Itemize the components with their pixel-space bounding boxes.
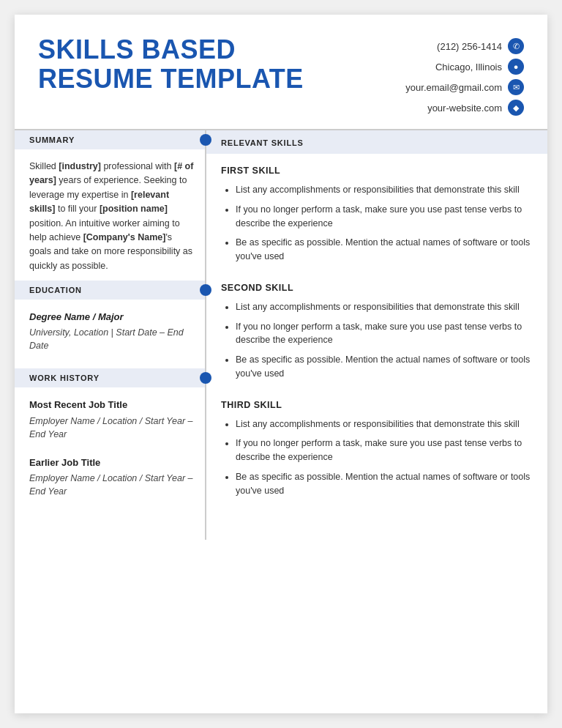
location-row: Chicago, Illinois ● (435, 59, 524, 75)
skill-3-bullet-3: Be as specific as possible. Mention the … (236, 470, 533, 498)
skill-1-bullet-1: List any accomplishments or responsibili… (236, 183, 533, 197)
skill-list-3: List any accomplishments or responsibili… (221, 417, 533, 498)
header-contact: (212) 256-1414 ✆ Chicago, Illinois ● you… (378, 35, 524, 116)
right-column: RELEVANT SKILLS FIRST SKILL List any acc… (206, 130, 547, 540)
work-history-label: WORK HISTORY (29, 374, 100, 382)
location-icon: ● (508, 59, 524, 75)
skill-3-bullet-2: If you no longer perform a task, make su… (236, 437, 533, 464)
work-title-1: Most Recent Job Title (29, 398, 195, 412)
work-history-section: WORK HISTORY Most Recent Job Title Emplo… (15, 368, 205, 498)
skill-section-1: FIRST SKILL List any accomplishments or … (206, 166, 547, 283)
work-title-2: Earlier Job Title (29, 456, 195, 470)
education-content: Degree Name / Major University, Location… (15, 310, 205, 352)
education-bar: EDUCATION (15, 281, 205, 300)
skill-2-bullet-1: List any accomplishments or responsibili… (236, 300, 533, 314)
website-value: your-website.com (427, 103, 502, 114)
edu-detail: University, Location | Start Date – End … (29, 326, 195, 352)
summary-content: Skilled [industry] professional with [# … (15, 160, 205, 273)
skill-2-bullet-3: Be as specific as possible. Mention the … (236, 353, 533, 381)
work-history-bar: WORK HISTORY (15, 368, 205, 387)
header-title: SKILLS BASED RESUME TEMPLATE (38, 35, 304, 93)
email-row: your.email@gmail.com ✉ (405, 79, 524, 95)
work-history-content: Most Recent Job Title Employer Name / Lo… (15, 398, 205, 498)
skill-title-3: THIRD SKILL (221, 400, 533, 410)
education-section: EDUCATION Degree Name / Major University… (15, 281, 205, 352)
summary-text: Skilled [industry] professional with [# … (29, 160, 195, 273)
work-detail-2: Employer Name / Location / Start Year – … (29, 472, 195, 498)
skill-title-1: FIRST SKILL (221, 166, 533, 176)
skill-section-3: THIRD SKILL List any accomplishments or … (206, 400, 547, 517)
education-dot (200, 284, 211, 296)
relevant-skills-bar: RELEVANT SKILLS (206, 130, 547, 154)
body: SUMMARY Skilled [industry] professional … (15, 130, 547, 540)
website-row: your-website.com ◆ (427, 100, 524, 116)
education-label: EDUCATION (29, 286, 82, 294)
summary-dot (200, 134, 211, 146)
skill-1-bullet-3: Be as specific as possible. Mention the … (236, 236, 533, 264)
header: SKILLS BASED RESUME TEMPLATE (212) 256-1… (15, 15, 547, 130)
skill-list-2: List any accomplishments or responsibili… (221, 300, 533, 381)
skill-3-bullet-1: List any accomplishments or responsibili… (236, 417, 533, 431)
location-value: Chicago, Illinois (435, 62, 502, 73)
left-column: SUMMARY Skilled [industry] professional … (15, 130, 206, 540)
resume-title: SKILLS BASED RESUME TEMPLATE (38, 35, 304, 93)
skill-title-2: SECOND SKILL (221, 283, 533, 293)
summary-label: SUMMARY (29, 135, 75, 144)
work-detail-1: Employer Name / Location / Start Year – … (29, 415, 195, 441)
phone-row: (212) 256-1414 ✆ (437, 38, 524, 54)
edu-degree: Degree Name / Major (29, 310, 195, 324)
resume-page: SKILLS BASED RESUME TEMPLATE (212) 256-1… (15, 15, 547, 713)
skill-section-2: SECOND SKILL List any accomplishments or… (206, 283, 547, 400)
website-icon: ◆ (508, 100, 524, 116)
summary-bar: SUMMARY (15, 130, 205, 149)
work-entry-2: Earlier Job Title Employer Name / Locati… (29, 456, 195, 498)
email-value: your.email@gmail.com (405, 82, 502, 93)
email-icon: ✉ (508, 79, 524, 95)
skill-2-bullet-2: If you no longer perform a task, make su… (236, 320, 533, 348)
work-entry-1: Most Recent Job Title Employer Name / Lo… (29, 398, 195, 440)
work-history-dot (200, 372, 211, 384)
relevant-skills-label: RELEVANT SKILLS (221, 138, 304, 147)
phone-icon: ✆ (508, 38, 524, 54)
summary-section: SUMMARY Skilled [industry] professional … (15, 130, 205, 273)
skill-1-bullet-2: If you no longer perform a task, make su… (236, 203, 533, 231)
skill-list-1: List any accomplishments or responsibili… (221, 183, 533, 264)
phone-value: (212) 256-1414 (437, 41, 502, 52)
